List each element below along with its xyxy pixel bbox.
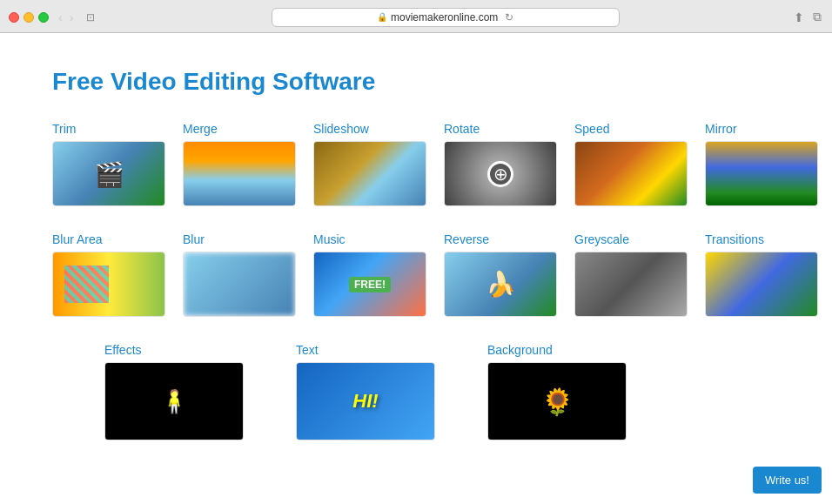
reader-mode-button[interactable]: ⊡ — [83, 10, 98, 25]
tool-trim[interactable]: Trim — [52, 122, 165, 206]
reverse-icon: 🍌 — [486, 270, 516, 299]
tool-background[interactable]: Background 🌻 — [487, 343, 627, 440]
close-button[interactable] — [9, 12, 19, 23]
background-flower-icon: 🌻 — [541, 386, 574, 417]
tool-merge-thumbnail — [183, 141, 296, 206]
tools-row-2: Blur Area Blur Music FREE! Reverse — [52, 232, 780, 317]
add-tab-button[interactable]: ⧉ — [811, 8, 823, 26]
tool-blur-area-thumbnail — [52, 252, 165, 317]
tool-text-label: Text — [296, 343, 435, 357]
reload-button[interactable]: ↻ — [505, 11, 513, 24]
tool-greyscale-thumbnail — [574, 252, 688, 317]
tool-transitions[interactable]: Transitions — [705, 232, 818, 317]
tool-reverse-label: Reverse — [444, 232, 557, 246]
tool-rotate-label: Rotate — [444, 122, 557, 136]
traffic-lights — [9, 12, 49, 23]
tool-slideshow[interactable]: Slideshow — [313, 122, 426, 206]
tool-merge[interactable]: Merge — [183, 122, 296, 206]
page-content: Free Video Editing Software Trim Merge S… — [0, 33, 832, 504]
tool-blur-thumbnail — [183, 252, 296, 317]
back-button[interactable]: ‹ — [56, 10, 65, 24]
tools-row-3: Effects Text HI! Background 🌻 — [52, 343, 780, 440]
lock-icon: 🔒 — [377, 12, 387, 22]
tool-trim-thumbnail — [52, 141, 165, 206]
tool-music-thumbnail: FREE! — [313, 252, 426, 317]
tool-reverse[interactable]: Reverse 🍌 — [444, 232, 557, 317]
address-bar[interactable]: 🔒 moviemakeronline.com ↻ — [272, 8, 620, 27]
tool-mirror-label: Mirror — [705, 122, 818, 136]
tool-speed-thumbnail — [574, 141, 688, 206]
tool-music-label: Music — [313, 232, 426, 246]
tool-greyscale[interactable]: Greyscale — [574, 232, 688, 317]
tool-background-label: Background — [487, 343, 627, 357]
tool-reverse-thumbnail: 🍌 — [444, 252, 557, 317]
tool-music[interactable]: Music FREE! — [313, 232, 426, 317]
tool-greyscale-label: Greyscale — [574, 232, 688, 246]
tool-rotate-thumbnail — [444, 141, 557, 206]
tool-transitions-label: Transitions — [705, 232, 818, 246]
text-hi-label: HI! — [352, 390, 378, 413]
tool-blur-area-label: Blur Area — [52, 232, 165, 246]
tools-row-1: Trim Merge Slideshow Rotate — [52, 122, 780, 206]
url-text: moviemakeronline.com — [391, 11, 498, 24]
tool-trim-label: Trim — [52, 122, 165, 136]
forward-button[interactable]: › — [67, 10, 77, 24]
tool-text-thumbnail: HI! — [296, 362, 435, 440]
browser-chrome: ‹ › ⊡ 🔒 moviemakeronline.com ↻ ⬆ ⧉ — [0, 0, 832, 33]
page-title: Free Video Editing Software — [52, 68, 780, 96]
tool-speed-label: Speed — [574, 122, 688, 136]
tool-text[interactable]: Text HI! — [296, 343, 435, 440]
tool-blur-area[interactable]: Blur Area — [52, 232, 165, 317]
tool-effects-thumbnail — [104, 362, 244, 440]
tool-background-thumbnail: 🌻 — [487, 362, 627, 440]
nav-buttons: ‹ › — [56, 10, 76, 24]
tool-blur[interactable]: Blur — [183, 232, 296, 317]
write-us-button[interactable]: Write us! — [753, 467, 822, 494]
music-free-badge: FREE! — [349, 277, 391, 292]
tool-effects-label: Effects — [104, 343, 244, 357]
tool-mirror[interactable]: Mirror — [705, 122, 818, 206]
tool-merge-label: Merge — [183, 122, 296, 136]
tool-effects[interactable]: Effects — [104, 343, 244, 440]
tool-rotate[interactable]: Rotate — [444, 122, 557, 206]
minimize-button[interactable] — [23, 12, 34, 23]
maximize-button[interactable] — [38, 12, 49, 23]
tool-transitions-thumbnail — [705, 252, 818, 317]
tool-blur-label: Blur — [183, 232, 296, 246]
tool-speed[interactable]: Speed — [574, 122, 688, 206]
share-button[interactable]: ⬆ — [792, 9, 806, 26]
tool-slideshow-thumbnail — [313, 141, 426, 206]
browser-actions: ⬆ ⧉ — [792, 8, 823, 26]
tool-mirror-thumbnail — [705, 141, 818, 206]
tool-slideshow-label: Slideshow — [313, 122, 426, 136]
